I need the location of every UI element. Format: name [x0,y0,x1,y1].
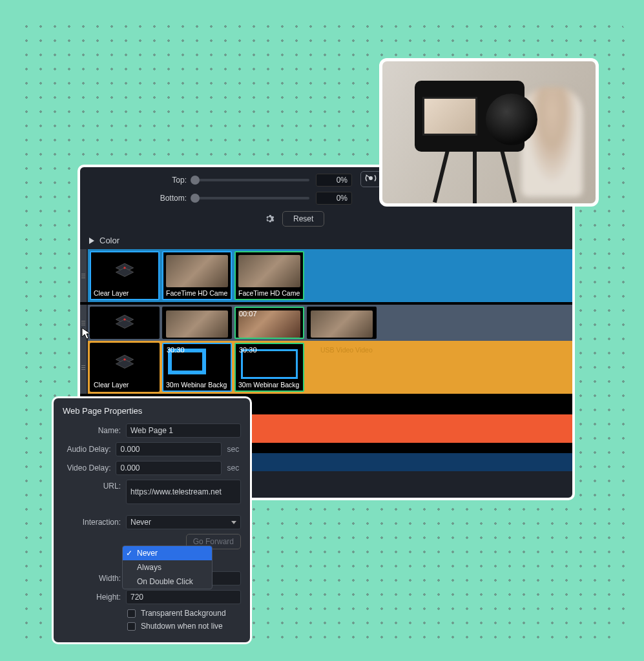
clip-label: FaceTime HD Came [163,287,231,299]
clip-webinar-background[interactable]: 30:30 30m Webinar Backg [234,343,304,392]
svg-point-3 [123,267,125,269]
svg-point-6 [123,318,125,320]
video-delay-label: Video Delay: [63,463,110,473]
layers-icon [114,314,136,332]
color-section-header[interactable]: Color [80,233,572,249]
camera-lens [486,94,537,145]
clip-label: FaceTime HD Came [236,287,303,299]
audio-delay-field[interactable] [116,442,222,456]
interaction-option-double-click[interactable]: On Double Click [123,575,212,589]
interaction-label: Interaction: [63,518,121,527]
reset-button[interactable]: Reset [282,211,324,227]
cursor-arrow-icon [81,327,92,342]
height-field[interactable] [126,590,241,604]
url-field[interactable] [126,480,241,504]
shutdown-checkbox-row[interactable]: Shutdown when not live [127,622,241,631]
interaction-option-never[interactable]: ✓ Never [123,546,212,560]
crop-bottom-label: Bottom: [80,194,187,203]
clip-camera-small[interactable] [162,307,232,339]
clip-facetime-camera[interactable]: FaceTime HD Came [162,251,232,300]
color-section-label: Color [99,236,119,245]
interaction-option-always[interactable]: Always [123,560,212,575]
interaction-dropdown[interactable]: ✓ Never Always On Double Click [122,545,213,589]
clip-label: 30m Webinar Backg [236,379,303,391]
clip-clear-layer[interactable]: Clear Layer [90,343,160,392]
checkbox-icon[interactable] [127,609,136,618]
track-drag-handle[interactable] [80,249,87,302]
disclosure-triangle-icon [89,238,94,244]
checkbox-icon[interactable] [127,622,136,631]
clip-clear-layer[interactable]: Clear Layer [90,251,160,300]
crop-top-label: Top: [80,176,187,185]
overlay-source-label: USB Video Video [320,346,373,354]
track-strip-orange[interactable]: USB Video Video Clear Layer 30:30 30m We… [88,341,572,394]
audio-delay-unit: sec [227,445,241,454]
clip-thumbnail [311,310,373,338]
clip-timecode: 30:30 [239,346,257,354]
name-field[interactable] [126,423,241,438]
transparent-bg-checkbox-row[interactable]: Transparent Background [127,609,241,618]
clip-label: Clear Layer [91,287,158,299]
clip-thumbnail [238,255,300,287]
interaction-select[interactable]: Never [126,515,241,529]
interaction-selected-value: Never [130,518,151,527]
track-drag-handle[interactable] [80,341,87,394]
width-label: Width: [63,574,121,583]
track-row: Clear Layer FaceTime HD Came FaceTime HD… [80,249,572,302]
clip-webinar-background[interactable]: 30:30 30m Webinar Backg [162,343,232,392]
name-label: Name: [63,426,121,435]
checkmark-icon: ✓ [126,549,132,558]
clip-thumbnail [166,255,228,287]
clip-timecode: 30:30 [167,346,185,354]
web-page-properties-panel: Web Page Properties Name: Audio Delay: s… [52,396,252,644]
clip-label: 30m Webinar Backg [163,379,231,391]
camera-photo-card [379,58,599,207]
clip-label: Clear Layer [91,379,158,391]
height-label: Height: [63,593,121,602]
layers-icon [114,262,136,280]
clip-clear-layer[interactable] [90,307,160,339]
stream-icon[interactable] [360,171,381,187]
svg-point-0 [369,177,373,180]
video-delay-field[interactable] [116,461,222,475]
transparent-bg-label: Transparent Background [141,609,226,618]
clip-camera-small[interactable] [307,307,377,339]
crop-top-slider[interactable] [193,179,309,181]
crop-bottom-slider[interactable] [193,197,309,199]
clip-camera-small[interactable]: 00:07 [234,307,304,339]
crop-top-value[interactable]: 0% [316,174,352,187]
clip-thumbnail [166,310,228,338]
clip-timecode: 00:07 [239,310,257,318]
url-label: URL: [63,480,121,491]
panel-title: Web Page Properties [63,406,241,416]
gear-icon[interactable] [264,214,275,224]
crop-bottom-value[interactable]: 0% [316,192,352,205]
chevron-down-icon [231,521,236,524]
track-row: 00:07 [80,305,572,341]
camera-lcd-screen [422,97,477,136]
audio-delay-label: Audio Delay: [63,445,110,454]
shutdown-label: Shutdown when not live [141,622,223,631]
video-delay-unit: sec [227,463,241,473]
track-row: USB Video Video Clear Layer 30:30 30m We… [80,341,572,394]
track-strip-steel[interactable]: 00:07 [88,305,572,341]
clip-facetime-camera[interactable]: FaceTime HD Came [234,251,304,300]
track-strip-blue[interactable]: Clear Layer FaceTime HD Came FaceTime HD… [88,249,572,302]
layers-icon [114,354,136,372]
svg-point-9 [123,358,125,360]
